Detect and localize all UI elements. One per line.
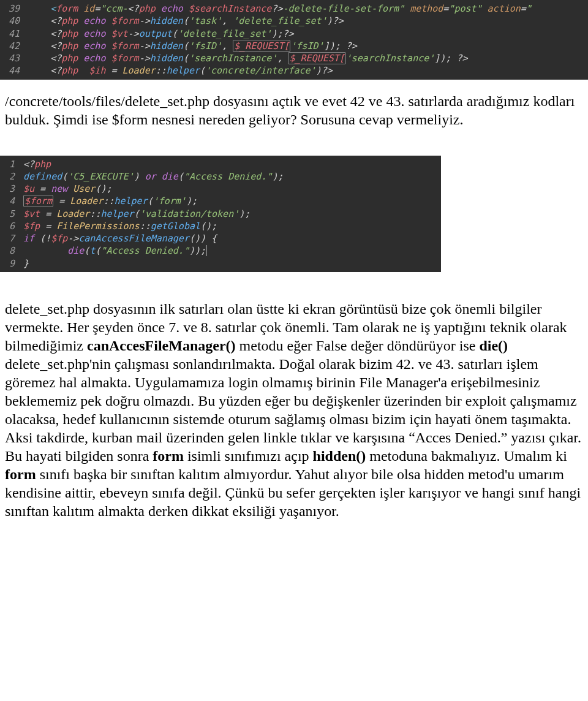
code-content: } xyxy=(23,257,29,270)
line-number: 5 xyxy=(0,208,23,220)
code-content: <?php echo $vt->output('delete_file_set'… xyxy=(28,28,294,40)
line-number: 7 xyxy=(0,232,23,244)
paragraph-1: /concrete/tools/files/delete_set.php dos… xyxy=(5,92,582,129)
line-number: 40 xyxy=(0,15,28,27)
code-line: 42 <?php echo $form->hidden('fsID', $_RE… xyxy=(0,40,588,52)
text-cursor xyxy=(206,245,206,256)
code-content: <?php echo $form->hidden('fsID', $_REQUE… xyxy=(28,40,357,52)
code-content: $vt = Loader::helper('validation/token')… xyxy=(23,208,250,220)
line-number: 2 xyxy=(0,170,23,183)
prose-1: /concrete/tools/files/delete_set.php dos… xyxy=(0,80,588,137)
code-line: 44 <?php $ih = Loader::helper('concrete/… xyxy=(0,64,588,77)
line-number: 43 xyxy=(0,52,28,64)
code-content: <?php xyxy=(23,158,51,170)
code-content: $u = new User(); xyxy=(23,183,112,195)
code-content: <?php $ih = Loader::helper('concrete/int… xyxy=(28,64,333,77)
code-line: 2defined('C5_EXECUTE') or die("Access De… xyxy=(0,170,441,183)
code-content: die(t("Access Denied.")); xyxy=(23,244,206,257)
line-number: 44 xyxy=(0,64,28,77)
line-number: 41 xyxy=(0,28,28,40)
code-content: $fp = FilePermissions::getGlobal(); xyxy=(23,220,217,232)
code-line: 3$u = new User(); xyxy=(0,183,441,195)
code-block-1: 39 <form id="ccm-<?php echo $searchInsta… xyxy=(0,0,588,80)
code-line: 41 <?php echo $vt->output('delete_file_s… xyxy=(0,28,588,40)
code-line: 6$fp = FilePermissions::getGlobal(); xyxy=(0,220,441,232)
code-line: 1<?php xyxy=(0,158,441,170)
code-content: <?php echo $form->hidden('task', 'delete… xyxy=(28,15,344,27)
code-content: <form id="ccm-<?php echo $searchInstance… xyxy=(28,2,532,15)
paragraph-2: delete_set.php dosyasının ilk satırları … xyxy=(5,300,582,520)
code-content: <?php echo $form->hidden('searchInstance… xyxy=(28,52,467,64)
code-line: 4$form = Loader::helper('form'); xyxy=(0,195,441,207)
code-line: 39 <form id="ccm-<?php echo $searchInsta… xyxy=(0,2,588,15)
line-number: 1 xyxy=(0,158,23,170)
code-line: 7if (!$fp->canAccessFileManager()) { xyxy=(0,232,441,244)
code-content: if (!$fp->canAccessFileManager()) { xyxy=(23,232,217,244)
code-line: 40 <?php echo $form->hidden('task', 'del… xyxy=(0,15,588,27)
code-line: 5$vt = Loader::helper('validation/token'… xyxy=(0,208,441,220)
code-line: 43 <?php echo $form->hidden('searchInsta… xyxy=(0,52,588,64)
code-block-2: 1<?php2defined('C5_EXECUTE') or die("Acc… xyxy=(0,156,441,272)
code-content: defined('C5_EXECUTE') or die("Access Den… xyxy=(23,170,283,183)
line-number: 6 xyxy=(0,220,23,232)
line-number: 3 xyxy=(0,183,23,195)
code-line: 9} xyxy=(0,257,441,270)
code-line: 8 die(t("Access Denied.")); xyxy=(0,244,441,257)
line-number: 42 xyxy=(0,40,28,52)
line-number: 8 xyxy=(0,244,23,257)
prose-2: delete_set.php dosyasının ilk satırları … xyxy=(0,287,588,529)
line-number: 9 xyxy=(0,257,23,270)
line-number: 4 xyxy=(0,195,23,207)
line-number: 39 xyxy=(0,2,28,15)
code-content: $form = Loader::helper('form'); xyxy=(23,195,197,207)
